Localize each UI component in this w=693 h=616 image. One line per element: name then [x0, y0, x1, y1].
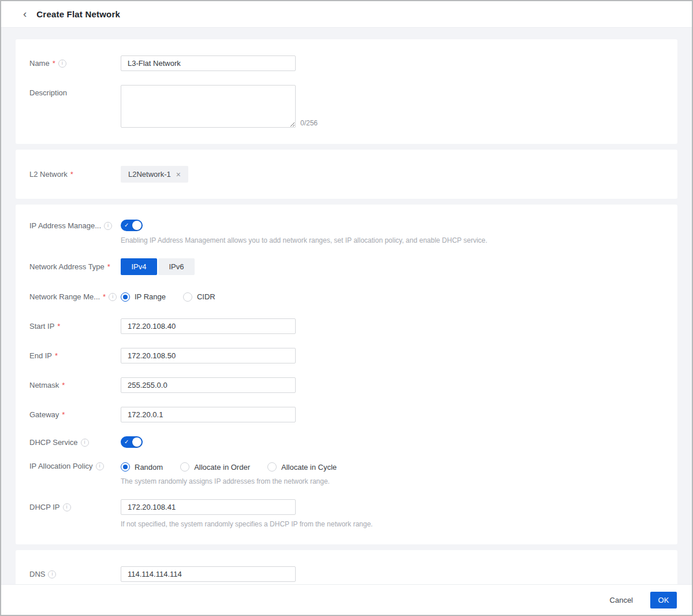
ip-mgmt-label: IP Address Manage...: [29, 221, 101, 230]
l2-network-tag[interactable]: L2Network-1 ×: [121, 166, 188, 183]
form-row-network-address-type: Network Address Type * IPv4 IPv6: [29, 258, 664, 275]
end-ip-input[interactable]: [121, 348, 296, 363]
l2-network-tag-label: L2Network-1: [128, 170, 171, 179]
network-address-type-label: Network Address Type: [29, 262, 105, 271]
info-icon[interactable]: i: [109, 293, 117, 301]
form-row-gateway: Gateway *: [29, 407, 664, 422]
form-row-description: Description 0/256: [29, 85, 664, 128]
form-row-dhcp-ip: DHCP IP i If not specified, the system r…: [29, 499, 664, 528]
ip-allocation-policy-label: IP Allocation Policy: [29, 462, 93, 470]
start-ip-input[interactable]: [121, 318, 296, 334]
tag-remove-icon[interactable]: ×: [176, 170, 181, 179]
description-label: Description: [29, 88, 67, 97]
toggle-knob: [132, 437, 141, 447]
info-icon[interactable]: i: [48, 570, 56, 578]
form-row-netmask: Netmask *: [29, 377, 664, 393]
card-basic-info: Name * i Description 0/256: [16, 39, 677, 144]
info-icon[interactable]: i: [104, 222, 112, 230]
cancel-button[interactable]: Cancel: [610, 596, 633, 604]
radio-icon: [267, 462, 277, 472]
form-row-start-ip: Start IP *: [29, 318, 664, 334]
check-icon: ✓: [124, 439, 129, 445]
check-icon: ✓: [124, 222, 129, 228]
required-mark: *: [55, 351, 58, 360]
radio-icon: [183, 292, 192, 302]
dhcp-service-toggle[interactable]: ✓: [121, 436, 143, 448]
radio-allocate-in-order[interactable]: Allocate in Order: [180, 462, 250, 472]
ip-mgmt-toggle[interactable]: ✓: [121, 220, 143, 231]
form-row-name: Name * i: [29, 55, 664, 71]
required-mark: *: [107, 262, 110, 271]
network-range-method-label: Network Range Me...: [29, 292, 100, 301]
dhcp-ip-label: DHCP IP: [29, 503, 60, 511]
required-mark: *: [62, 410, 65, 419]
dns-label: DNS: [29, 570, 45, 578]
radio-allocate-in-cycle[interactable]: Allocate in Cycle: [267, 462, 337, 472]
range-method-radio-group: IP Range CIDR: [121, 289, 215, 305]
form-row-ip-allocation-policy: IP Allocation Policy i Random Allocate i…: [29, 462, 664, 485]
radio-icon: [121, 292, 130, 302]
dhcp-service-label: DHCP Service: [29, 438, 78, 447]
toggle-knob: [132, 221, 141, 230]
start-ip-label: Start IP: [29, 322, 54, 331]
required-mark: *: [103, 292, 106, 301]
dns-input[interactable]: [121, 566, 296, 582]
gateway-label: Gateway: [29, 410, 59, 419]
form-row-l2-network: L2 Network * L2Network-1 ×: [29, 166, 664, 183]
allocation-policy-help: The system randomly assigns IP addresses…: [121, 477, 337, 485]
required-mark: *: [62, 381, 65, 389]
name-input[interactable]: [121, 55, 296, 71]
description-textarea[interactable]: [121, 85, 296, 128]
dhcp-ip-help: If not specified, the system randomly sp…: [121, 520, 372, 528]
ip-mgmt-help: Enabling IP Address Management allows yo…: [121, 236, 487, 244]
name-label: Name: [29, 59, 50, 68]
radio-cidr[interactable]: CIDR: [183, 292, 215, 302]
info-icon[interactable]: i: [96, 462, 104, 470]
netmask-label: Netmask: [29, 381, 59, 389]
address-type-segmented: IPv4 IPv6: [121, 258, 195, 275]
radio-random[interactable]: Random: [121, 462, 163, 472]
dhcp-ip-input[interactable]: [121, 499, 296, 515]
required-mark: *: [70, 170, 73, 179]
card-dns: DNS i: [16, 550, 677, 584]
gateway-input[interactable]: [121, 407, 296, 422]
ipv6-button[interactable]: IPv6: [158, 258, 195, 275]
allocation-policy-radio-group: Random Allocate in Order Allocate in Cyc…: [121, 462, 337, 472]
card-ip-management: IP Address Manage... i ✓ Enabling IP Add…: [16, 205, 677, 544]
card-l2-network: L2 Network * L2Network-1 ×: [16, 150, 677, 199]
radio-icon: [180, 462, 189, 472]
l2-network-label: L2 Network: [29, 170, 68, 179]
form-row-ip-mgmt: IP Address Manage... i ✓ Enabling IP Add…: [29, 220, 664, 244]
info-icon[interactable]: i: [58, 60, 66, 68]
form-row-end-ip: End IP *: [29, 348, 664, 363]
ok-button[interactable]: OK: [650, 592, 677, 608]
form-row-dns: DNS i: [29, 566, 664, 582]
back-icon[interactable]: ‹: [23, 8, 27, 20]
radio-icon: [121, 462, 130, 472]
required-mark: *: [53, 59, 55, 68]
end-ip-label: End IP: [29, 351, 52, 360]
info-icon[interactable]: i: [81, 439, 89, 447]
ipv4-button[interactable]: IPv4: [121, 258, 157, 275]
page-title: Create Flat Network: [36, 9, 120, 19]
form-content: Name * i Description 0/256 L2 Netw: [1, 28, 692, 584]
form-row-dhcp-service: DHCP Service i ✓: [29, 436, 664, 448]
action-bar: Cancel OK: [1, 584, 692, 615]
info-icon[interactable]: i: [63, 503, 71, 511]
char-counter: 0/256: [300, 119, 318, 128]
page-header: ‹ Create Flat Network: [1, 1, 692, 28]
netmask-input[interactable]: [121, 377, 296, 393]
radio-ip-range[interactable]: IP Range: [121, 292, 166, 302]
form-row-network-range-method: Network Range Me... * i IP Range CIDR: [29, 289, 664, 305]
required-mark: *: [57, 322, 60, 331]
